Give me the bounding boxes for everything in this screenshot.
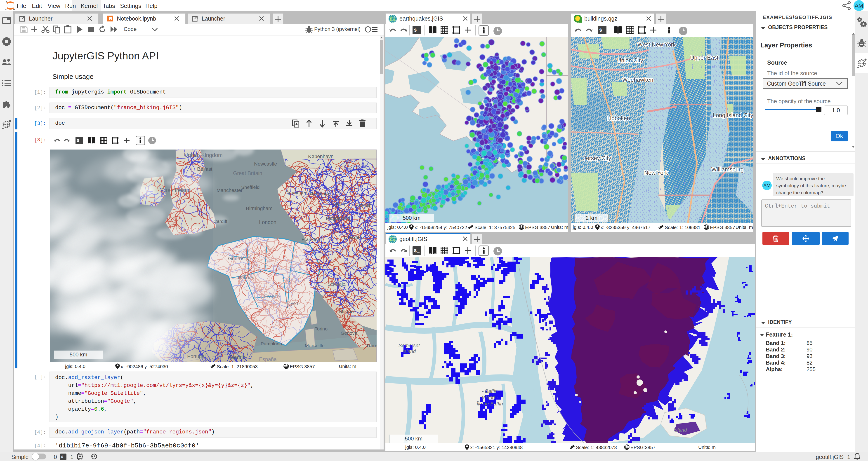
svg-text:Williamsburg: Williamsburg xyxy=(711,166,744,172)
svg-text:Frankfurt: Frankfurt xyxy=(302,237,320,242)
svg-text:Weehawken: Weehawken xyxy=(622,76,653,83)
svg-text:Groningen: Groningen xyxy=(285,190,307,195)
svg-text:$_: $_ xyxy=(599,28,605,33)
svg-text:Island: Island xyxy=(403,349,416,354)
svg-text:Birmingham: Birmingham xyxy=(246,205,272,211)
svg-text:Pamplona: Pamplona xyxy=(260,341,282,346)
svg-text:Upper East: Upper East xyxy=(690,55,718,61)
svg-text:Île de Baffin: Île de Baffin xyxy=(477,401,503,406)
svg-text:Great Britain: Great Britain xyxy=(233,170,262,176)
svg-text:Marseille: Marseille xyxy=(305,343,324,349)
svg-text:Schweiz: Schweiz xyxy=(328,282,345,287)
svg-text:Island: Island xyxy=(674,427,687,433)
svg-text:Sheffield: Sheffield xyxy=(241,185,259,190)
svg-text:Rennes: Rennes xyxy=(238,275,254,280)
svg-text:Cardiff: Cardiff xyxy=(213,219,227,224)
svg-text:Berlin: Berlin xyxy=(333,201,345,207)
svg-text:New York: New York xyxy=(644,170,668,176)
svg-text:$_: $_ xyxy=(414,248,420,254)
svg-text:Roma: Roma xyxy=(367,343,377,349)
svg-text:Island -: Island - xyxy=(482,395,498,400)
svg-text:- Baffin: - Baffin xyxy=(482,388,498,394)
svg-text:France: France xyxy=(264,294,280,299)
svg-text:$_: $_ xyxy=(61,455,65,459)
svg-text:Manchester: Manchester xyxy=(217,188,243,193)
svg-text:Eire / Ireland: Eire / Ireland xyxy=(161,187,191,193)
svg-text:London: London xyxy=(259,219,276,225)
svg-text:$_: $_ xyxy=(76,138,82,143)
svg-text:København: København xyxy=(308,154,334,159)
svg-text:United Kingdom: United Kingdom xyxy=(184,152,223,158)
svg-text:Belfast: Belfast xyxy=(197,166,212,172)
svg-text:Hamburg: Hamburg xyxy=(310,191,329,196)
svg-text:Milano: Milano xyxy=(339,309,354,315)
svg-text:Genova: Genova xyxy=(341,330,358,336)
svg-text:Long Island City: Long Island City xyxy=(713,112,753,118)
svg-text:Somerset: Somerset xyxy=(399,343,420,348)
svg-text:España: España xyxy=(259,356,277,362)
svg-text:Newcastle: Newcastle xyxy=(254,161,277,167)
svg-text:Guernsey: Guernsey xyxy=(228,256,250,261)
svg-text:$_: $_ xyxy=(414,28,420,33)
svg-text:Hoboken: Hoboken xyxy=(608,115,630,121)
svg-text:Union City: Union City xyxy=(617,57,643,63)
svg-text:West New York: West New York xyxy=(638,41,676,48)
svg-text:Torino: Torino xyxy=(315,326,328,331)
svg-text:Magdeburg: Magdeburg xyxy=(326,216,350,221)
svg-text:Madrid: Madrid xyxy=(230,354,246,360)
svg-text:Portugal: Portugal xyxy=(187,354,206,359)
svg-text:Dresden: Dresden xyxy=(344,235,362,240)
svg-text:Jersey City: Jersey City xyxy=(583,155,611,161)
svg-text:Poznan: Poznan xyxy=(355,203,371,208)
svg-text:Lyon: Lyon xyxy=(288,301,298,306)
